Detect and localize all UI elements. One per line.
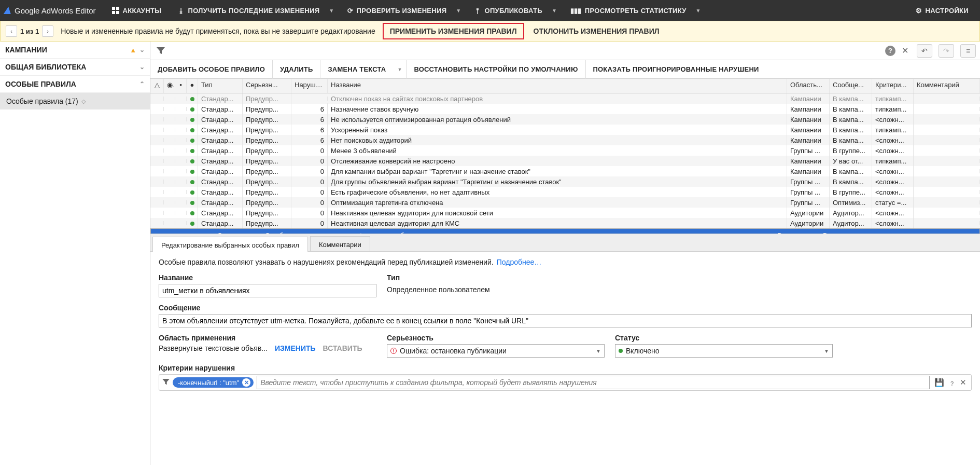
tab-edit[interactable]: Редактирование выбранных особых правил	[152, 237, 308, 252]
warning-icon: △	[158, 232, 163, 234]
reject-changes-button[interactable]: ОТКЛОНИТЬ ИЗМЕНЕНИЯ ПРАВИЛ	[531, 24, 662, 38]
learn-more-link[interactable]: Подробнее…	[497, 258, 542, 266]
severity-select[interactable]: !Ошибка: остановка публикации▼	[387, 344, 605, 358]
svg-rect-0	[112, 7, 115, 10]
replace-text-button[interactable]: ЗАМЕНА ТЕКСТА	[320, 60, 393, 79]
table-row[interactable]: Стандар...Предупр...6Назначение ставок в…	[150, 104, 980, 114]
undo-button[interactable]: ↶	[917, 44, 932, 58]
rules-grid: △ ◉ ▪ ● Тип Серьезн... Наруше... Названи…	[150, 79, 980, 234]
table-row[interactable]: Стандар...Предупр...6Ускоренный показКам…	[150, 125, 980, 135]
name-input[interactable]	[159, 284, 376, 297]
table-row[interactable]: Стандар...Предупр...Отключен показ на са…	[150, 93, 980, 104]
col-title[interactable]: Название	[328, 79, 787, 93]
download-icon: ⭳	[178, 7, 185, 15]
get-changes-dropdown[interactable]: ▼	[325, 8, 338, 13]
sidebar-library[interactable]: ОБЩАЯ БИБЛИОТЕКА⌄	[0, 59, 150, 76]
check-changes-dropdown[interactable]: ▼	[452, 8, 465, 13]
chevron-down-icon: ▼	[824, 348, 829, 354]
apply-changes-button[interactable]: ПРИМЕНИТЬ ИЗМЕНЕНИЯ ПРАВИЛ	[383, 23, 524, 39]
show-ignored-button[interactable]: ПОКАЗАТЬ ПРОИГНОРИРОВАННЫЕ НАРУШЕНИ	[586, 60, 766, 79]
stats-button[interactable]: ▮▮▮ПРОСМОТРЕТЬ СТАТИСТИКУ	[563, 0, 694, 21]
table-row[interactable]: Стандар...Предупр...6Нет поисковых аудит…	[150, 135, 980, 145]
col-dot2[interactable]: ▪	[175, 79, 187, 93]
col-scope[interactable]: Область...	[787, 79, 830, 93]
status-dot-icon: ◇	[81, 98, 86, 105]
message-input[interactable]	[159, 314, 972, 327]
sidebar-rules[interactable]: ОСОБЫЕ ПРАВИЛА⌃	[0, 76, 150, 93]
table-row[interactable]: Стандар...Предупр...0Отслеживание конвер…	[150, 156, 980, 166]
redo-button[interactable]: ↷	[939, 44, 954, 58]
col-warn[interactable]: △	[150, 79, 164, 93]
criteria-bar: -конечныйurl : "utm"✕ 💾 ? ✕	[159, 374, 972, 391]
enabled-dot-icon	[190, 211, 194, 215]
clear-criteria-icon[interactable]: ✕	[958, 378, 968, 387]
sidebar: КАМПАНИИ▲⌄ ОБЩАЯ БИБЛИОТЕКА⌄ ОСОБЫЕ ПРАВ…	[0, 42, 150, 465]
change-scope-link[interactable]: ИЗМЕНИТЬ	[275, 344, 316, 352]
svg-rect-2	[112, 11, 115, 14]
app-title: Google AdWords Editor	[15, 6, 95, 15]
publish-button[interactable]: ⭱ОПУБЛИКОВАТЬ	[467, 0, 550, 21]
col-dot3[interactable]: ●	[187, 79, 198, 93]
accounts-button[interactable]: АККАУНТЫ	[105, 0, 169, 21]
table-row[interactable]: Стандар...Предупр...0Для группы объявлен…	[150, 176, 980, 187]
filter-icon[interactable]	[162, 378, 170, 387]
restore-defaults-button[interactable]: ВОССТАНОВИТЬ НАСТРОЙКИ ПО УМОЛЧАНИЮ	[407, 60, 585, 79]
status-select[interactable]: Включено▼	[615, 344, 833, 358]
enabled-dot-icon	[190, 149, 194, 153]
chip-remove-icon[interactable]: ✕	[242, 378, 250, 387]
table-row[interactable]: Стандар...Предупр...6Не используется опт…	[150, 114, 980, 125]
enabled-dot-icon	[190, 222, 194, 226]
replace-dropdown[interactable]: ▼	[393, 60, 407, 79]
col-criteria[interactable]: Критери...	[872, 79, 914, 93]
add-rule-button[interactable]: ДОБАВИТЬ ОСОБОЕ ПРАВИЛО	[150, 60, 273, 79]
enabled-dot-icon	[190, 201, 194, 205]
notice-message: Новые и измененные правила не будут прим…	[61, 27, 375, 35]
paste-scope-link[interactable]: ВСТАВИТЬ	[323, 344, 362, 352]
table-row[interactable]: Стандар...Предупр...0Неактивная целевая …	[150, 208, 980, 218]
sidebar-rules-item[interactable]: Особые правила (17)◇	[0, 93, 150, 110]
col-comment[interactable]: Комментарий	[914, 79, 980, 93]
col-violations[interactable]: Наруше...	[291, 79, 328, 93]
enabled-dot-icon	[190, 159, 194, 163]
stats-dropdown[interactable]: ▼	[692, 8, 705, 13]
criteria-chip[interactable]: -конечныйurl : "utm"✕	[173, 377, 254, 388]
enabled-dot-icon	[190, 107, 194, 112]
table-row[interactable]: △Опреде...Ошибка:...-utm_метки в объявле…	[150, 228, 980, 234]
col-dot1[interactable]: ◉	[164, 79, 175, 93]
col-severity[interactable]: Серьезн...	[243, 79, 291, 93]
criteria-label: Критерии нарушения	[159, 364, 972, 372]
logo-icon	[4, 7, 12, 14]
enabled-dot-icon	[190, 180, 194, 184]
enabled-dot-icon	[190, 139, 194, 143]
publish-dropdown[interactable]: ▼	[548, 8, 561, 13]
collapse-button[interactable]: ≡	[960, 44, 976, 58]
tab-comments[interactable]: Комментарии	[310, 236, 370, 251]
gear-icon: ⚙	[916, 7, 922, 15]
table-row[interactable]: Стандар...Предупр...0Оптимизация таргети…	[150, 197, 980, 208]
get-changes-button[interactable]: ⭳ПОЛУЧИТЬ ПОСЛЕДНИЕ ИЗМЕНЕНИЯ	[171, 0, 327, 21]
help-icon[interactable]: ?	[885, 46, 895, 56]
filter-icon[interactable]	[155, 45, 167, 57]
filter-bar: ? ✕ ↶ ↷ ≡	[150, 42, 980, 60]
table-row[interactable]: Стандар...Предупр...0Есть графические об…	[150, 187, 980, 197]
enabled-dot-icon	[190, 128, 194, 132]
col-type[interactable]: Тип	[198, 79, 243, 93]
sidebar-campaigns[interactable]: КАМПАНИИ▲⌄	[0, 42, 150, 59]
table-row[interactable]: Стандар...Предупр...0Неактивная целевая …	[150, 218, 980, 228]
close-filter-icon[interactable]: ✕	[900, 46, 911, 56]
col-message[interactable]: Сообще...	[830, 79, 872, 93]
grid-icon	[112, 7, 119, 14]
notice-prev-button[interactable]: ‹	[6, 25, 17, 37]
criteria-input[interactable]	[257, 376, 930, 389]
criteria-help-icon[interactable]: ?	[949, 378, 955, 387]
save-criteria-icon[interactable]: 💾	[933, 378, 946, 387]
table-row[interactable]: Стандар...Предупр...0Для кампании выбран…	[150, 166, 980, 176]
table-row[interactable]: Стандар...Предупр...0Менее 3 объявленийГ…	[150, 145, 980, 156]
top-menu-bar: Google AdWords Editor АККАУНТЫ ⭳ПОЛУЧИТЬ…	[0, 0, 980, 21]
check-changes-button[interactable]: ⟳ПРОВЕРИТЬ ИЗМЕНЕНИЯ	[340, 0, 454, 21]
chevron-down-icon: ⌄	[139, 46, 145, 53]
delete-button[interactable]: УДАЛИТЬ	[273, 60, 320, 79]
settings-button[interactable]: ⚙НАСТРОЙКИ	[908, 0, 976, 21]
notice-next-button[interactable]: ›	[42, 25, 53, 37]
status-label: Статус	[615, 334, 833, 342]
